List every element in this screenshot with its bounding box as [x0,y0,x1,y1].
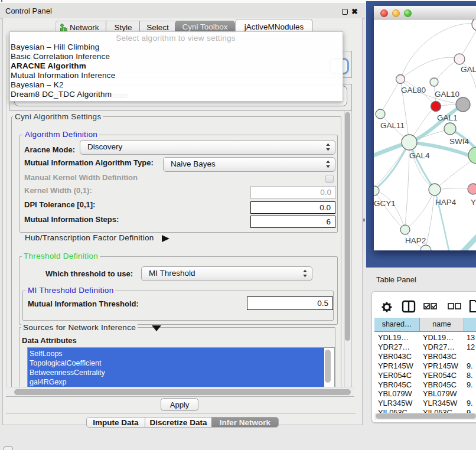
svg-text:GAL80: GAL80 [401,86,426,94]
svg-text:GAL4: GAL4 [409,151,430,160]
svg-text:GAL10: GAL10 [435,90,459,99]
svg-text:HAP4: HAP4 [435,198,457,207]
svg-text:HAP2: HAP2 [405,236,426,245]
svg-text:Y: Y [471,198,476,207]
svg-text:GAL11: GAL11 [380,121,405,130]
svg-text:GAL7: GAL7 [461,65,476,74]
svg-text:GAL1: GAL1 [437,113,458,122]
svg-text:GCY1: GCY1 [374,199,396,208]
svg-text:SWI4: SWI4 [449,137,469,146]
